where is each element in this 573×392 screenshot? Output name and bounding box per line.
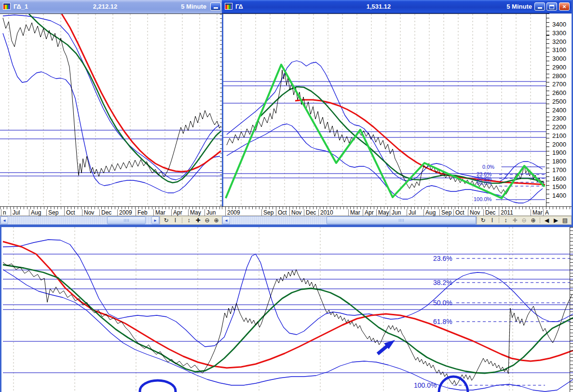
app-icon: [3, 3, 11, 10]
x-axis-label: n: [1, 209, 6, 216]
scrollbar-track[interactable]: [230, 216, 468, 224]
price-axis-label: 2300: [552, 115, 566, 122]
zoom-in-icon[interactable]: ⊕: [212, 216, 220, 224]
x-axis-label: Aug: [29, 209, 41, 216]
fibonacci-label: 50.0%: [433, 299, 452, 307]
pan-icon[interactable]: ✚: [511, 216, 519, 224]
maximize-button[interactable]: [546, 2, 557, 11]
x-axis-label: Feb: [136, 209, 148, 216]
price-axis-right[interactable]: 3400330032003100300029002800270026002500…: [546, 14, 572, 206]
x-axis-label: Jul: [11, 209, 20, 216]
zoom-in-icon[interactable]: ⊕: [529, 216, 537, 224]
x-axis-label: Aug: [423, 209, 436, 216]
x-axis-label: 2009: [117, 209, 132, 216]
window-title: ΓΔ_1: [14, 3, 28, 10]
price-axis-label: 2200: [552, 123, 566, 131]
window-left: ΓΔ_1 2,212.12 5 Minute nJulAugSepOctNovD…: [0, 0, 223, 226]
price-axis-label: 1800: [552, 158, 566, 165]
vertical-zoom-icon[interactable]: ↕: [185, 216, 193, 224]
x-axis-label: May: [376, 209, 389, 216]
x-axis-label: Jun: [390, 209, 401, 216]
price-axis-label: 1900: [552, 149, 566, 156]
h-scrollbar-right[interactable]: ◄ ►: [222, 216, 477, 225]
x-axis-label: Apr: [363, 209, 374, 216]
price-tickmarks: [546, 14, 549, 206]
x-axis-label: 2010: [318, 209, 333, 216]
x-axis-label: Nov: [82, 209, 94, 216]
periodicity-label: 5 Minute: [181, 3, 206, 10]
crosshair-icon[interactable]: I: [488, 216, 496, 224]
x-axis-label: Sep: [439, 209, 451, 216]
step-left-icon[interactable]: ◀: [543, 216, 551, 224]
x-axis-label: Sep: [46, 209, 58, 216]
refresh-icon[interactable]: ↻: [479, 216, 487, 224]
titlebar-left[interactable]: ΓΔ_1 2,212.12 5 Minute: [0, 0, 223, 14]
left-chart-svg: [0, 14, 223, 206]
chart-area-left[interactable]: [0, 14, 223, 206]
vertical-zoom-icon[interactable]: ↕: [502, 216, 510, 224]
price-axis-label: 2100: [552, 132, 566, 139]
x-axis-left: nJulAugSepOctNovDec2009FebMarAprMayJun: [0, 206, 223, 216]
app-icon: [225, 3, 232, 10]
x-axis-label: Nov: [468, 209, 480, 216]
price-axis-label: 3300: [552, 29, 566, 37]
bollinger-upper-series: [227, 61, 543, 182]
scroll-left-arrow[interactable]: ◄: [222, 216, 230, 224]
price-axis-label: 1500: [552, 183, 566, 190]
price-axis-label: 2900: [552, 64, 566, 71]
x-axis-label: Apr: [171, 209, 182, 216]
chart-area-right[interactable]: 0.0%23.6%38.2%50.0%100.0%: [222, 14, 546, 206]
titlebar-right[interactable]: ΓΔ 1,531.12 5 Minute ×: [222, 0, 572, 14]
scroll-left-arrow[interactable]: ◄: [0, 216, 8, 224]
toolbar-separator: [499, 217, 499, 223]
pan-icon[interactable]: ✚: [194, 216, 202, 224]
page-icon[interactable]: ▤: [561, 216, 569, 224]
price-axis-label: 3000: [552, 55, 566, 62]
refresh-icon[interactable]: ↻: [162, 216, 170, 224]
toolbar-separator: [540, 217, 540, 223]
minimize-button[interactable]: [534, 2, 545, 11]
x-axis-label: Jun: [205, 209, 216, 216]
crosshair-icon[interactable]: I: [171, 216, 179, 224]
bottom-chart-svg: 23.6%38.2%50.0%61.8%100.0%: [1, 227, 573, 392]
window-bottom[interactable]: 23.6%38.2%50.0%61.8%100.0%: [0, 226, 573, 392]
x-axis-label: Oct: [276, 209, 287, 216]
circle-annotation: [439, 377, 468, 392]
x-axis-label: May: [188, 209, 201, 216]
price-tick-strip-bottom: [570, 227, 573, 392]
scrollbar-thumb[interactable]: [107, 216, 146, 224]
step-right-icon[interactable]: ▶: [552, 216, 560, 224]
ma-fast-green-series: [29, 14, 221, 183]
zoom-out-icon[interactable]: ⊖: [520, 216, 528, 224]
zoom-out-icon[interactable]: ⊖: [203, 216, 211, 224]
x-axis-right: 2009SepOctNovDec2010MarAprMayJunJulAugSe…: [222, 206, 572, 216]
periodicity-label: 5 Minute: [506, 3, 532, 10]
fibonacci-label: 23.6%: [433, 255, 452, 262]
window-right: ΓΔ 1,531.12 5 Minute × 0.0%23.6%38.2%50.…: [222, 0, 573, 226]
chart-workspace: ΓΔ_1 2,212.12 5 Minute nJulAugSepOctNovD…: [0, 0, 573, 392]
h-scrollbar-left[interactable]: ◄ ►: [0, 216, 160, 225]
x-axis-label: Oct: [453, 209, 464, 216]
price-series: [3, 18, 221, 177]
price-axis-label: 2500: [552, 98, 566, 105]
price-axis-label: 2600: [552, 89, 566, 96]
scroll-right-arrow[interactable]: ►: [151, 216, 159, 224]
x-axis-label: Mar: [348, 209, 360, 216]
price-axis-label: 3400: [552, 21, 566, 28]
window-title: ΓΔ: [235, 3, 243, 10]
price-axis-label: 1700: [552, 166, 566, 174]
bollinger-upper-series: [3, 15, 219, 180]
fibonacci-label: 61.8%: [433, 318, 452, 325]
toolbar-separator: [182, 217, 182, 223]
price-axis-label: 2700: [552, 81, 566, 88]
minimize-button[interactable]: [210, 2, 221, 11]
window-border: [222, 14, 223, 206]
x-axis-label: Sep: [261, 209, 273, 216]
close-button[interactable]: ×: [559, 2, 570, 11]
x-axis-label: Mar: [153, 209, 165, 216]
scrollbar-track[interactable]: [8, 216, 151, 224]
price-axis-label: 3100: [552, 46, 566, 54]
price-axis-label: 1600: [552, 175, 566, 182]
x-axis-label: Mar: [531, 209, 543, 216]
scrollbar-thumb[interactable]: [327, 216, 476, 224]
